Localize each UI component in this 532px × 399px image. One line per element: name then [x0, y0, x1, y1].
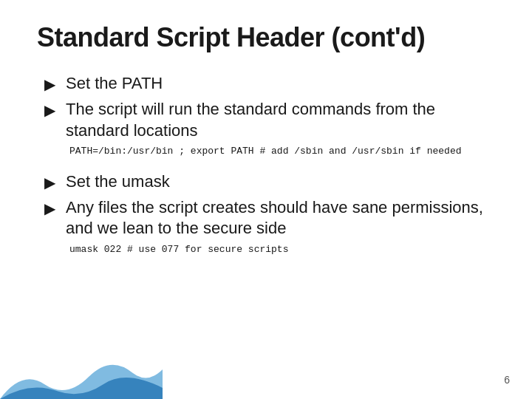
- bullet-icon-1: ▶: [44, 75, 55, 94]
- bullet-text-2: The script will run the standard command…: [66, 99, 495, 141]
- bullet-text-4: Any files the script creates should have…: [66, 197, 495, 239]
- bullet-icon-4: ▶: [44, 199, 55, 218]
- bullet-group-1: ▶ Set the PATH ▶ The script will run the…: [44, 73, 495, 157]
- bullet-item-4: ▶ Any files the script creates should ha…: [44, 197, 495, 239]
- bullet-item-1: ▶ Set the PATH: [44, 73, 495, 95]
- bullet-group-2: ▶ Set the umask ▶ Any files the script c…: [44, 171, 495, 255]
- code-block-1: PATH=/bin:/usr/bin ; export PATH # add /…: [69, 146, 495, 157]
- bullet-icon-2: ▶: [44, 100, 55, 120]
- bullet-icon-3: ▶: [44, 173, 55, 192]
- code-block-2: umask 022 # use 077 for secure scripts: [69, 244, 495, 255]
- content-area: ▶ Set the PATH ▶ The script will run the…: [37, 73, 495, 255]
- bullet-text-1: Set the PATH: [66, 73, 163, 95]
- bullet-text-3: Set the umask: [66, 171, 170, 193]
- slide-page-number: 6: [504, 374, 510, 386]
- slide-title: Standard Script Header (cont'd): [37, 22, 495, 52]
- slide: Standard Script Header (cont'd) ▶ Set th…: [0, 0, 532, 399]
- wave-decoration: [0, 347, 163, 399]
- bullet-item-3: ▶ Set the umask: [44, 171, 495, 193]
- bullet-item-2: ▶ The script will run the standard comma…: [44, 99, 495, 141]
